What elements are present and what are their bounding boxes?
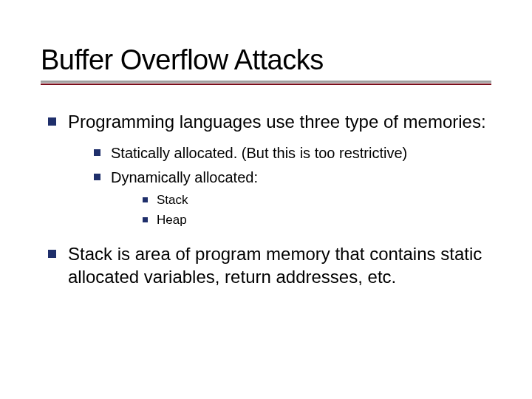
- list-item: Programming languages use three type of …: [48, 110, 491, 133]
- square-bullet-icon: [94, 174, 100, 180]
- square-bullet-icon: [48, 117, 56, 126]
- bullet-text: Statically allocated. (But this is too r…: [111, 143, 407, 163]
- title-underline: [41, 81, 491, 85]
- list-item: Statically allocated. (But this is too r…: [94, 143, 491, 163]
- bullet-text: Programming languages use three type of …: [68, 110, 486, 133]
- list-item: Stack is area of program memory that con…: [48, 242, 491, 288]
- bullet-text: Stack is area of program memory that con…: [68, 242, 491, 288]
- slide-title: Buffer Overflow Attacks: [41, 44, 491, 76]
- square-bullet-icon: [143, 217, 148, 222]
- bullet-text: Stack: [157, 192, 188, 209]
- list-item: Stack: [143, 192, 491, 209]
- bullet-text: Dynamically allocated:: [111, 168, 258, 188]
- square-bullet-icon: [94, 149, 100, 156]
- list-item: Dynamically allocated:: [94, 168, 491, 188]
- bullet-text: Heap: [157, 212, 187, 229]
- list-item: Heap: [143, 212, 491, 229]
- square-bullet-icon: [143, 197, 148, 202]
- square-bullet-icon: [48, 250, 56, 258]
